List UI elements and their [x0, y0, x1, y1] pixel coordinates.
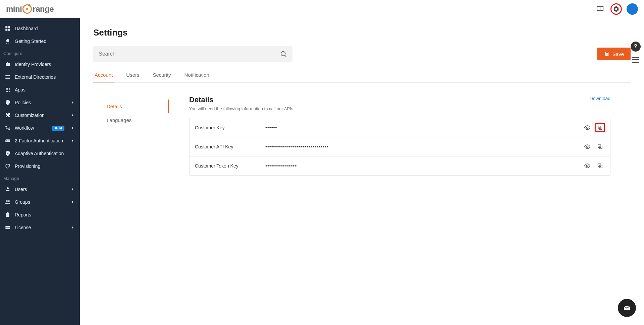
- search-box[interactable]: [93, 46, 292, 62]
- svg-rect-16: [5, 126, 7, 127]
- search-icon[interactable]: [280, 50, 287, 58]
- row-label: Customer API Key: [195, 144, 265, 149]
- workflow-icon: [5, 125, 11, 131]
- sidebar-item-label: Provisioning: [15, 164, 40, 169]
- list-icon: [5, 74, 11, 80]
- table-row: Customer API Key •••••••••••••••••••••••…: [190, 137, 610, 156]
- sidebar-item-label: Users: [15, 187, 27, 192]
- svg-point-12: [9, 89, 10, 90]
- chat-fab-icon[interactable]: [618, 299, 636, 317]
- brand-post: range: [33, 4, 54, 14]
- sidebar-item-groups[interactable]: Groups: [0, 196, 80, 208]
- sidebar-item-external-directories[interactable]: External Directories: [0, 71, 80, 83]
- copy-icon[interactable]: [595, 161, 605, 171]
- hamburger-icon[interactable]: [632, 57, 639, 63]
- row-label: Customer Token Key: [195, 163, 265, 169]
- row-value: ••••••: [265, 125, 583, 130]
- sidebar-item-2fa[interactable]: 123 2-Factor Authentication: [0, 134, 80, 147]
- clipboard-icon: [5, 212, 11, 218]
- brand-o-icon: [22, 4, 32, 14]
- sidebar-item-dashboard[interactable]: Dashboard: [0, 22, 80, 35]
- sidebar-section-configure: Configure: [0, 48, 80, 58]
- user-icon: [5, 186, 11, 192]
- svg-rect-1: [8, 26, 10, 28]
- sidebar-item-users[interactable]: Users: [0, 183, 80, 196]
- sidebar-item-label: Reports: [15, 212, 31, 217]
- svg-point-15: [9, 91, 10, 92]
- sidebar-item-workflow[interactable]: Workflow BETA: [0, 122, 80, 134]
- svg-point-11: [7, 89, 8, 90]
- sidebar-item-policies[interactable]: Policies: [0, 96, 80, 109]
- svg-point-20: [7, 187, 9, 189]
- beta-badge: BETA: [52, 126, 64, 131]
- tab-notification[interactable]: Notification: [183, 68, 211, 82]
- brand-logo[interactable]: mini range: [6, 4, 54, 14]
- card-icon: [5, 224, 11, 231]
- row-value: ••••••••••••••••••••••••••••••••: [265, 144, 583, 149]
- save-icon: [604, 51, 610, 57]
- chevron-right-icon: [70, 126, 75, 130]
- tab-security[interactable]: Security: [151, 68, 172, 82]
- sidebar-item-identity-providers[interactable]: Identity Providers: [0, 58, 80, 71]
- sidebar-item-getting-started[interactable]: Getting Started: [0, 35, 80, 48]
- svg-point-27: [281, 52, 285, 56]
- details-title: Details: [189, 95, 293, 104]
- eye-icon[interactable]: [583, 123, 592, 132]
- page-title: Settings: [93, 27, 631, 38]
- svg-point-8: [7, 88, 8, 89]
- svg-point-7: [6, 88, 7, 89]
- table-row: Customer Key ••••••: [190, 118, 610, 137]
- twofa-icon: 123: [5, 138, 11, 144]
- brand-pre: mini: [6, 4, 22, 14]
- svg-point-22: [8, 200, 10, 202]
- copy-icon[interactable]: [595, 142, 605, 151]
- tab-account[interactable]: Account: [93, 68, 114, 82]
- sidebar-item-label: External Directories: [15, 74, 56, 80]
- sidebar-item-label: Groups: [15, 199, 30, 205]
- search-input[interactable]: [99, 51, 280, 57]
- sidebar-item-license[interactable]: License: [0, 221, 80, 234]
- sidebar-item-label: Workflow: [15, 125, 34, 131]
- sidebar-item-label: 2-Factor Authentication: [15, 138, 63, 143]
- subnav-languages[interactable]: Languages: [93, 113, 169, 127]
- topbar: mini range: [0, 0, 644, 18]
- rocket-icon: [5, 38, 11, 44]
- tabs: Account Users Security Notification: [93, 68, 631, 83]
- book-icon[interactable]: [594, 3, 606, 15]
- sync-icon: [5, 163, 11, 169]
- tab-users[interactable]: Users: [125, 68, 141, 82]
- eye-icon[interactable]: [583, 161, 592, 171]
- briefcase-icon: [5, 61, 11, 67]
- key-table: Customer Key •••••• Customer API Key •••…: [189, 118, 610, 176]
- copy-icon[interactable]: [595, 123, 605, 132]
- svg-point-34: [587, 165, 588, 167]
- chevron-right-icon: [70, 200, 75, 204]
- svg-point-28: [587, 127, 588, 129]
- sidebar-item-apps[interactable]: Apps: [0, 83, 80, 96]
- svg-point-10: [6, 89, 7, 90]
- svg-point-13: [6, 91, 7, 92]
- top-actions: [594, 3, 638, 15]
- gear-icon[interactable]: [610, 3, 622, 15]
- download-button[interactable]: Download: [581, 95, 610, 102]
- chevron-right-icon: [70, 187, 75, 192]
- main: Settings Save Account Users Security: [80, 18, 644, 325]
- save-button[interactable]: Save: [597, 48, 631, 60]
- eye-icon[interactable]: [583, 142, 592, 151]
- sidebar-item-customization[interactable]: Customization: [0, 109, 80, 122]
- sidebar-item-label: Customization: [15, 113, 45, 118]
- svg-point-9: [9, 88, 10, 89]
- puzzle-icon: [5, 112, 11, 118]
- sidebar-item-reports[interactable]: Reports: [0, 208, 80, 221]
- avatar[interactable]: [627, 3, 638, 15]
- sidebar-item-provisioning[interactable]: Provisioning: [0, 160, 80, 173]
- subnav: Details Languages: [93, 89, 169, 182]
- svg-rect-24: [7, 212, 9, 213]
- help-icon[interactable]: ?: [631, 42, 641, 52]
- sidebar-item-adaptive-auth[interactable]: Adaptive Authentication: [0, 147, 80, 160]
- sidebar-item-label: Identity Providers: [15, 62, 51, 67]
- download-icon: [581, 95, 587, 102]
- chevron-right-icon: [70, 113, 75, 118]
- sidebar-item-label: Adaptive Authentication: [15, 151, 64, 156]
- subnav-details[interactable]: Details: [93, 100, 169, 113]
